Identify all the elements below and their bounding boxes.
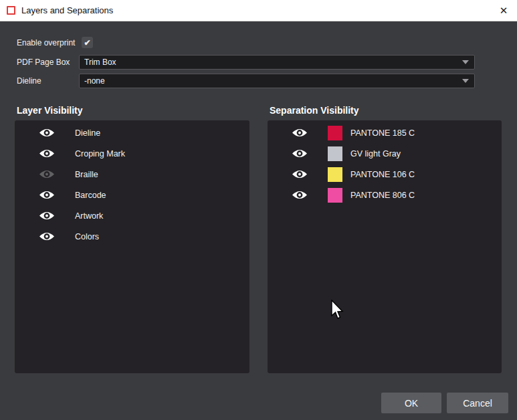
layer-label: Artwork xyxy=(75,211,103,221)
app-icon xyxy=(7,6,15,15)
layer-row[interactable]: Braille xyxy=(15,164,249,185)
layer-label: Barcode xyxy=(75,191,106,200)
eye-visibility-icon[interactable] xyxy=(39,128,55,138)
layer-row[interactable]: Dieline xyxy=(15,122,249,143)
eye-visibility-icon[interactable] xyxy=(39,231,55,241)
layer-label: Croping Mark xyxy=(75,149,125,159)
eye-visibility-icon[interactable] xyxy=(292,169,308,179)
pdf-page-box-label: PDF Page Box xyxy=(17,58,70,67)
eye-visibility-icon[interactable] xyxy=(292,190,308,200)
separation-row[interactable]: PANTONE 806 C xyxy=(268,185,502,205)
window-title: Layers and Separations xyxy=(21,5,113,15)
separation-label: PANTONE 806 C xyxy=(350,191,415,200)
title-bar: Layers and Separations ✕ xyxy=(0,0,517,21)
eye-visibility-icon[interactable] xyxy=(39,190,55,200)
separation-label: PANTONE 106 C xyxy=(350,170,415,179)
layer-label: Dieline xyxy=(75,128,100,138)
color-swatch xyxy=(328,126,342,140)
eye-visibility-icon[interactable] xyxy=(39,148,55,159)
enable-overprint-checkbox[interactable]: ✔ xyxy=(82,37,93,48)
close-icon[interactable]: ✕ xyxy=(490,0,517,21)
enable-overprint-label: Enable overprint xyxy=(17,38,75,47)
pdf-page-box-value: Trim Box xyxy=(84,58,116,67)
separation-row[interactable]: GV light Gray xyxy=(268,143,502,164)
chevron-down-icon xyxy=(462,79,469,83)
layer-row[interactable]: Croping Mark xyxy=(15,143,249,164)
separation-label: GV light Gray xyxy=(350,149,401,159)
color-swatch xyxy=(328,188,342,203)
ok-button[interactable]: OK xyxy=(381,393,441,413)
pdf-page-box-select[interactable]: Trim Box xyxy=(79,55,475,70)
eye-visibility-icon[interactable] xyxy=(292,148,308,159)
chevron-down-icon xyxy=(462,60,469,64)
eye-visibility-icon[interactable] xyxy=(39,211,55,221)
separation-label: PANTONE 185 C xyxy=(350,128,415,138)
separation-visibility-heading: Separation Visibility xyxy=(270,105,359,116)
cancel-button[interactable]: Cancel xyxy=(447,393,508,413)
layer-visibility-panel: Dieline Croping Mark Braille Barcode xyxy=(15,120,249,373)
layer-row[interactable]: Colors xyxy=(15,226,249,247)
eye-visibility-icon[interactable] xyxy=(292,128,308,138)
color-swatch xyxy=(328,167,342,182)
separation-row[interactable]: PANTONE 185 C xyxy=(268,122,502,143)
layer-visibility-heading: Layer Visibility xyxy=(17,105,83,116)
eye-visibility-icon[interactable] xyxy=(39,169,55,179)
layer-row[interactable]: Artwork xyxy=(15,205,249,226)
dieline-label: Dieline xyxy=(17,76,41,86)
separation-visibility-panel: PANTONE 185 C GV light Gray PANTONE 106 … xyxy=(268,120,502,373)
layer-label: Braille xyxy=(75,170,98,179)
checkmark-icon: ✔ xyxy=(84,38,90,47)
layer-label: Colors xyxy=(75,232,99,241)
color-swatch xyxy=(328,146,342,161)
separation-row[interactable]: PANTONE 106 C xyxy=(268,164,502,185)
layer-row[interactable]: Barcode xyxy=(15,185,249,205)
dieline-value: -none xyxy=(84,76,105,86)
dieline-select[interactable]: -none xyxy=(79,74,475,88)
